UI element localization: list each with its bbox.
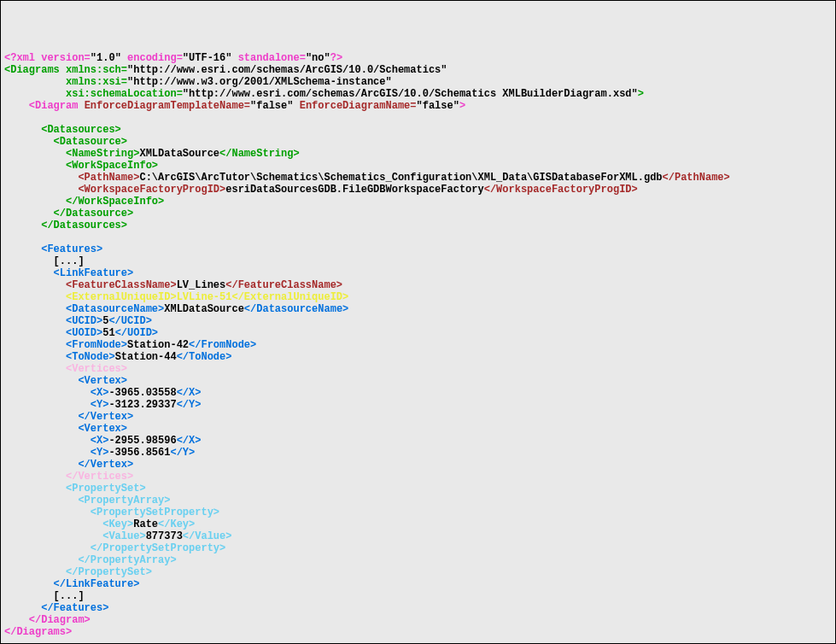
ellipsis: [...] xyxy=(4,255,85,267)
ellipsis: [...] xyxy=(4,590,85,602)
diagram-close: </Diagram> xyxy=(4,614,91,626)
features-close: </Features> xyxy=(4,602,108,614)
featureclassname-tag: <FeatureClassName> xyxy=(4,279,177,291)
externaluniqueid-tag: <ExternalUniqueID>LVLine-51</ExternalUni… xyxy=(4,291,348,303)
xml-decl: <?xml version= xyxy=(4,52,91,64)
pathname-tag: <PathName> xyxy=(4,172,139,184)
linkfeature-close: </LinkFeature> xyxy=(4,578,139,590)
workspacefactory-tag: <WorkspaceFactoryProgID> xyxy=(4,184,225,196)
propertyset-open: <PropertySet> xyxy=(4,483,146,495)
linkfeature-open: <LinkFeature> xyxy=(4,267,133,279)
diagrams-close: </Diagrams> xyxy=(4,626,72,638)
datasources-open: <Datasources> xyxy=(4,124,121,136)
xml-code-view: <?xml version="1.0" encoding="UTF-16" st… xyxy=(4,52,832,638)
features-open: <Features> xyxy=(4,243,102,255)
datasource-open: <Datasource> xyxy=(4,136,127,148)
workspaceinfo-open: <WorkSpaceInfo> xyxy=(4,160,158,172)
vertices-open: <Vertices> xyxy=(4,363,127,375)
diagram-open: <Diagram xyxy=(4,100,85,112)
vertex-open: <Vertex> xyxy=(4,375,127,387)
diagrams-open: <Diagrams xmlns:sch= xyxy=(4,64,127,76)
vertices-close: </Vertices> xyxy=(4,471,133,483)
